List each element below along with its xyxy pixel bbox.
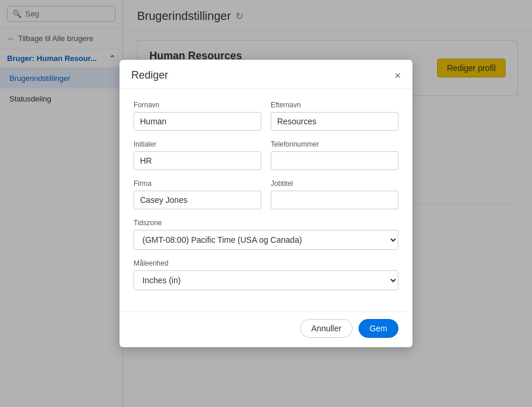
initialer-input[interactable] — [134, 151, 261, 170]
form-row-tidszone: Tidszone (GMT-08:00) Pacific Time (USA o… — [134, 219, 398, 250]
efternavn-label: Efternavn — [271, 101, 398, 109]
initialer-label: Initialer — [134, 140, 261, 148]
maleenhed-select[interactable]: Inches (in) — [134, 270, 398, 290]
initialer-group: Initialer — [134, 140, 261, 170]
fornavn-label: Fornavn — [134, 101, 261, 109]
modal-header: Rediger × — [120, 60, 412, 89]
efternavn-group: Efternavn — [271, 101, 398, 131]
modal-title: Rediger — [131, 69, 168, 82]
modal-overlay: Rediger × Fornavn Efternavn Initialer — [0, 0, 532, 407]
form-row-initials-phone: Initialer Telefonnummer — [134, 140, 398, 170]
form-row-company-job: Firma Jobtitel — [134, 179, 398, 209]
efternavn-input[interactable] — [271, 112, 398, 131]
firma-input[interactable] — [134, 191, 261, 209]
firma-label: Firma — [134, 179, 261, 188]
firma-group: Firma — [134, 179, 261, 209]
edit-modal: Rediger × Fornavn Efternavn Initialer — [120, 60, 412, 347]
jobtitel-input[interactable] — [271, 191, 398, 209]
save-button[interactable]: Gem — [359, 319, 398, 338]
tidszone-select[interactable]: (GMT-08:00) Pacific Time (USA og Canada) — [134, 230, 398, 250]
form-row-maleenhed: Måleenhed Inches (in) — [134, 259, 398, 290]
telefonnummer-input[interactable] — [271, 151, 398, 170]
fornavn-input[interactable] — [134, 112, 261, 131]
modal-footer: Annuller Gem — [120, 311, 412, 347]
maleenhed-label: Måleenhed — [134, 259, 398, 267]
cancel-button[interactable]: Annuller — [300, 319, 352, 338]
jobtitel-label: Jobtitel — [271, 179, 398, 188]
fornavn-group: Fornavn — [134, 101, 261, 131]
modal-body: Fornavn Efternavn Initialer Telefonnumme… — [120, 89, 412, 311]
tidszone-label: Tidszone — [134, 219, 398, 227]
form-row-name: Fornavn Efternavn — [134, 101, 398, 131]
telefonnummer-group: Telefonnummer — [271, 140, 398, 170]
maleenhed-group: Måleenhed Inches (in) — [134, 259, 398, 290]
tidszone-group: Tidszone (GMT-08:00) Pacific Time (USA o… — [134, 219, 398, 250]
jobtitel-group: Jobtitel — [271, 179, 398, 209]
telefonnummer-label: Telefonnummer — [271, 140, 398, 148]
modal-close-button[interactable]: × — [394, 70, 401, 81]
